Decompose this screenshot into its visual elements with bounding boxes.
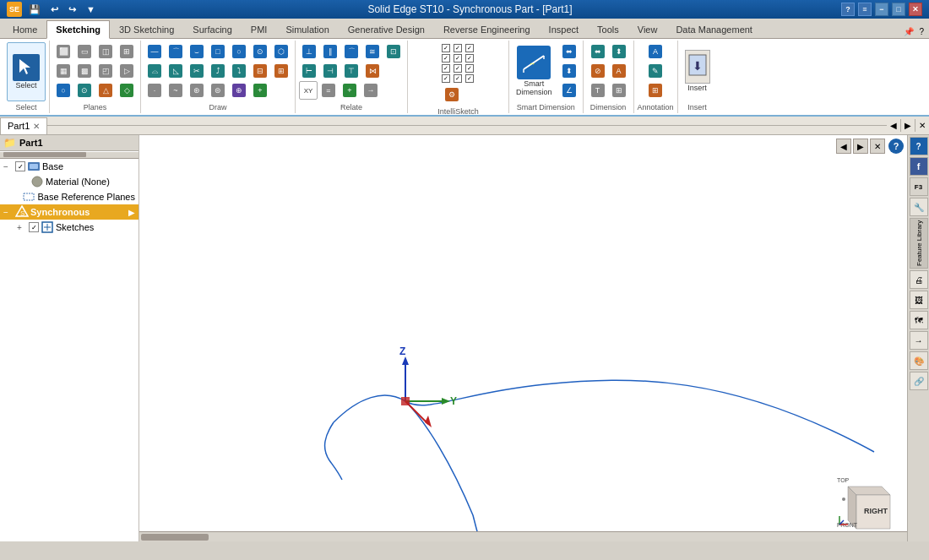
plane-btn-8[interactable]: ▷ bbox=[117, 62, 137, 80]
tab-reverse[interactable]: Reverse Engineering bbox=[434, 19, 540, 38]
plane-btn-11[interactable]: △ bbox=[95, 81, 116, 100]
is-check-6[interactable]: ✓ bbox=[465, 54, 475, 63]
viewport[interactable]: ◀ ▶ ✕ ? Z Y bbox=[139, 135, 907, 541]
relate-vert[interactable]: ⊣ bbox=[320, 62, 340, 80]
sidebar-btn-help[interactable]: ? bbox=[910, 137, 928, 155]
tree-item-refplanes[interactable]: Base Reference Planes bbox=[0, 189, 139, 204]
insert-btn[interactable]: ⬇ Insert bbox=[682, 42, 714, 100]
draw-circle[interactable]: ○ bbox=[229, 42, 249, 61]
is-check-11[interactable]: ✓ bbox=[454, 74, 464, 83]
plane-btn-10[interactable]: ⊙ bbox=[74, 81, 95, 100]
draw-chamfer[interactable]: ◺ bbox=[166, 62, 186, 80]
ribbon-pin[interactable]: 📌 bbox=[902, 25, 915, 38]
draw-more[interactable]: + bbox=[250, 81, 270, 100]
sidebar-btn-facebook[interactable]: f bbox=[910, 157, 928, 176]
is-check-8[interactable]: ✓ bbox=[454, 64, 464, 73]
is-check-1[interactable]: ✓ bbox=[442, 44, 452, 52]
annot-table[interactable]: ⊞ bbox=[645, 81, 666, 100]
tab-view[interactable]: View bbox=[628, 19, 667, 38]
dim-btn-1[interactable]: ⬌ bbox=[588, 42, 608, 61]
horizontal-scrollbar[interactable] bbox=[139, 531, 907, 541]
annot-text[interactable]: A bbox=[645, 42, 666, 61]
sidebar-btn-library[interactable]: Feature Library bbox=[910, 218, 928, 269]
draw-mirror[interactable]: ⊟ bbox=[250, 62, 270, 80]
draw-spline[interactable]: ~ bbox=[166, 81, 186, 100]
tab-tools[interactable]: Tools bbox=[588, 19, 628, 38]
sidebar-btn-arrow[interactable]: → bbox=[910, 331, 928, 350]
tree-check-base[interactable]: ✓ bbox=[15, 161, 25, 171]
tree-check-sketches[interactable]: ✓ bbox=[29, 222, 39, 232]
draw-proj[interactable]: ⊛ bbox=[187, 81, 207, 100]
dim-vert[interactable]: ⬍ bbox=[559, 62, 579, 80]
relate-tangent[interactable]: ⌒ bbox=[341, 42, 361, 61]
draw-xref[interactable]: ⊕ bbox=[229, 81, 249, 100]
plane-btn-12[interactable]: ◇ bbox=[117, 81, 137, 100]
sidebar-btn-color[interactable]: 🎨 bbox=[910, 351, 928, 370]
draw-poly[interactable]: ⬡ bbox=[271, 42, 291, 61]
tab-simulation[interactable]: Simulation bbox=[276, 19, 338, 38]
plane-btn-1[interactable]: ⬜ bbox=[53, 42, 73, 61]
select-button[interactable]: Select bbox=[7, 42, 46, 101]
ribbon-help[interactable]: ? bbox=[917, 25, 926, 38]
sidebar-btn-map[interactable]: 🗺 bbox=[910, 311, 928, 329]
draw-arc[interactable]: ⌒ bbox=[166, 42, 186, 61]
qa-dropdown[interactable]: ▼ bbox=[83, 3, 99, 16]
is-check-3[interactable]: ✓ bbox=[465, 44, 475, 52]
sidebar-btn-print[interactable]: 🖨 bbox=[910, 270, 928, 289]
dim-angular[interactable]: ∠ bbox=[559, 81, 579, 100]
relate-horiz[interactable]: ⊢ bbox=[299, 62, 319, 80]
tab-surfacing[interactable]: Surfacing bbox=[183, 19, 241, 38]
plane-btn-7[interactable]: ◰ bbox=[95, 62, 116, 80]
plane-btn-6[interactable]: ▩ bbox=[74, 62, 95, 80]
window-close[interactable]: ✕ bbox=[909, 3, 922, 16]
draw-offset[interactable]: ⤵ bbox=[229, 62, 249, 80]
draw-fillet[interactable]: ⌓ bbox=[144, 62, 165, 80]
sidebar-btn-link[interactable]: 🔗 bbox=[910, 372, 928, 390]
dim-btn-3[interactable]: ⊘ bbox=[588, 62, 608, 80]
doc-nav-next[interactable]: ▶ bbox=[901, 119, 915, 132]
draw-pattern[interactable]: ⊞ bbox=[271, 62, 291, 80]
tree-item-synchronous[interactable]: − S Synchronous ▶ bbox=[0, 204, 139, 220]
smart-dimension-btn[interactable]: ↔ SmartDimension bbox=[513, 42, 556, 100]
relate-more[interactable]: → bbox=[361, 81, 381, 100]
is-check-2[interactable]: ✓ bbox=[454, 44, 464, 52]
viewcube[interactable]: RIGHT TOP FRONT bbox=[835, 470, 899, 533]
plane-btn-5[interactable]: ▦ bbox=[53, 62, 73, 80]
tree-item-base[interactable]: − ✓ Base bbox=[0, 159, 139, 174]
dim-btn-4[interactable]: A bbox=[609, 62, 629, 80]
relate-perp[interactable]: ⊤ bbox=[341, 62, 361, 80]
intellisketch-settings[interactable]: ⚙ bbox=[442, 85, 462, 104]
sidebar-btn-wrench[interactable]: 🔧 bbox=[910, 198, 928, 216]
tab-inspect[interactable]: Inspect bbox=[540, 19, 588, 38]
ribbon-collapse[interactable]: ≡ bbox=[858, 3, 872, 16]
sidebar-btn-image[interactable]: 🖼 bbox=[910, 291, 928, 309]
is-check-4[interactable]: ✓ bbox=[442, 54, 452, 63]
is-check-9[interactable]: ✓ bbox=[465, 64, 475, 73]
plane-btn-2[interactable]: ▭ bbox=[74, 42, 95, 61]
sidebar-btn-f3[interactable]: F3 bbox=[910, 177, 928, 196]
annot-note[interactable]: ✎ bbox=[645, 62, 666, 80]
plane-btn-3[interactable]: ◫ bbox=[95, 42, 116, 61]
qa-save[interactable]: 💾 bbox=[25, 3, 44, 17]
dim-btn-5[interactable]: T bbox=[588, 81, 608, 100]
scrollbar-thumb[interactable] bbox=[141, 534, 209, 541]
window-maximize[interactable]: □ bbox=[892, 3, 905, 16]
qa-redo[interactable]: ↪ bbox=[65, 3, 79, 17]
tab-generative[interactable]: Generative Design bbox=[339, 19, 434, 38]
tab-pmi[interactable]: PMI bbox=[242, 19, 277, 38]
is-check-10[interactable]: ✓ bbox=[442, 74, 452, 83]
relate-equal[interactable]: ≅ bbox=[362, 42, 383, 61]
tab-datamanagement[interactable]: Data Management bbox=[666, 19, 762, 38]
tree-item-sketches[interactable]: + ✓ Sketches bbox=[0, 220, 139, 235]
relate-symmetric[interactable]: ⋈ bbox=[362, 62, 383, 80]
draw-point[interactable]: · bbox=[144, 81, 165, 100]
doc-tab-close[interactable]: ✕ bbox=[33, 122, 40, 131]
draw-curve[interactable]: ⌣ bbox=[187, 42, 207, 61]
relate-coincident[interactable]: ⊥ bbox=[299, 42, 319, 61]
doc-nav-prev[interactable]: ◀ bbox=[887, 119, 901, 132]
qa-undo[interactable]: ↩ bbox=[47, 3, 62, 17]
relate-approx[interactable]: + bbox=[340, 81, 360, 100]
dim-horiz[interactable]: ⬌ bbox=[559, 42, 579, 61]
relate-equal2[interactable]: = bbox=[318, 81, 339, 100]
dim-btn-6[interactable]: ⊞ bbox=[609, 81, 629, 100]
